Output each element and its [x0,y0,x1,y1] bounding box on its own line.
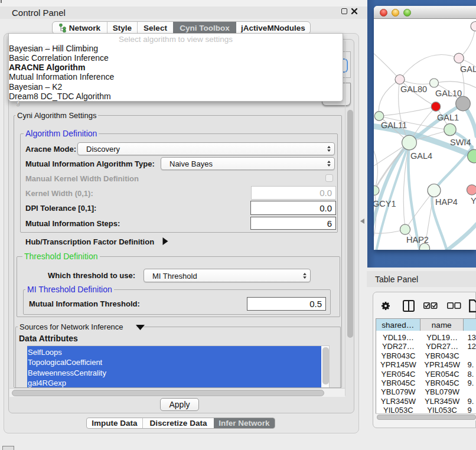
svg-text:YP: YP [471,195,476,205]
svg-text:GAL1: GAL1 [437,112,459,122]
svg-text:HAP4: HAP4 [435,197,458,206]
svg-text:GAL10: GAL10 [435,88,462,97]
svg-text:HAP2: HAP2 [406,234,429,244]
svg-text:GAL80: GAL80 [400,84,427,93]
svg-text:GAL11: GAL11 [381,120,407,129]
svg-text:GCY1: GCY1 [374,198,396,208]
svg-text:GAL2: GAL2 [460,64,476,73]
svg-text:GAL4: GAL4 [410,151,432,160]
svg-text:SWI4: SWI4 [450,137,471,146]
